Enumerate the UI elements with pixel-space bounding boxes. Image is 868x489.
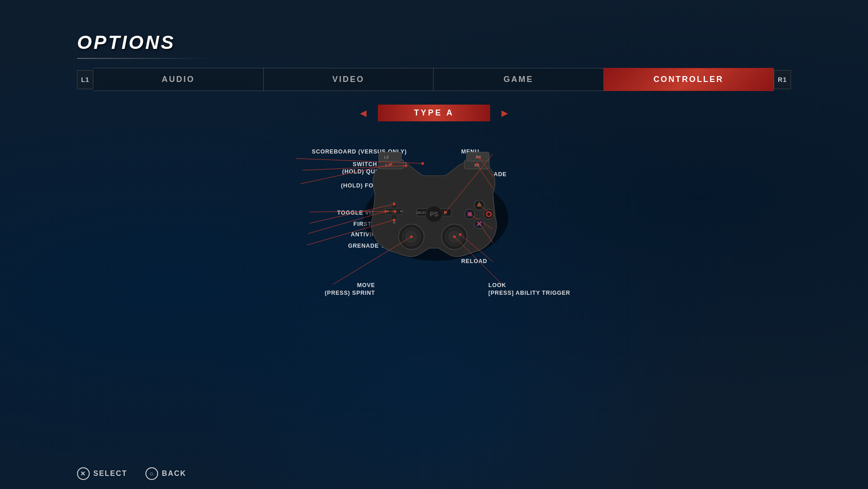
svg-rect-11 <box>392 210 396 213</box>
tab-game[interactable]: GAME <box>434 68 603 91</box>
type-label-container: TYPE A <box>378 105 490 121</box>
svg-text:▼: ▼ <box>392 221 396 225</box>
controller-image: L1 L2 R1 R2 ▲ ▼ ◄ ► <box>339 135 529 286</box>
main-container: OPTIONS L1 AUDIO VIDEO GAME CONTROLLER R… <box>77 32 791 462</box>
back-action: ○ BACK <box>145 467 186 480</box>
svg-text:PS: PS <box>430 211 439 218</box>
type-label: TYPE A <box>414 108 454 117</box>
svg-point-31 <box>405 230 418 243</box>
tab-audio[interactable]: AUDIO <box>93 68 263 91</box>
tab-bar: L1 AUDIO VIDEO GAME CONTROLLER R1 <box>77 68 791 91</box>
label-press-sprint: (PRESS) SPRINT <box>325 290 375 296</box>
svg-rect-23 <box>468 212 472 216</box>
select-label: SELECT <box>93 470 127 478</box>
svg-text:◄: ◄ <box>386 209 390 213</box>
svg-text:▲: ▲ <box>392 201 396 205</box>
svg-text:R2: R2 <box>476 155 481 159</box>
select-action: ✕ SELECT <box>77 467 127 480</box>
back-label: BACK <box>162 470 186 478</box>
diagram-layout: SCOREBOARD (VERSUS ONLY) SWITCH WEAPON (… <box>162 130 706 357</box>
tab-nav-right[interactable]: R1 <box>774 70 791 89</box>
type-arrow-right[interactable]: ► <box>499 107 510 120</box>
type-selector: ◄ TYPE A ► <box>77 105 791 121</box>
svg-point-24 <box>484 209 494 219</box>
bottom-bar: ✕ SELECT ○ BACK <box>77 467 186 480</box>
tab-controller[interactable]: CONTROLLER <box>604 68 774 91</box>
select-icon: ✕ <box>77 467 90 480</box>
page-title: OPTIONS <box>77 32 791 53</box>
title-underline <box>77 58 213 59</box>
svg-text:L1: L1 <box>386 163 391 168</box>
svg-text:R1: R1 <box>474 163 480 168</box>
label-ability-trigger: [PRESS] ABILITY TRIGGER <box>488 290 570 296</box>
controller-area: SCOREBOARD (VERSUS ONLY) SWITCH WEAPON (… <box>77 135 791 352</box>
svg-text:►: ► <box>400 209 404 213</box>
type-arrow-left[interactable]: ◄ <box>358 107 369 120</box>
tab-nav-left[interactable]: L1 <box>77 70 93 89</box>
tab-video[interactable]: VIDEO <box>264 68 434 91</box>
svg-rect-2 <box>379 152 401 161</box>
back-icon: ○ <box>145 467 158 480</box>
svg-text:L2: L2 <box>384 155 389 159</box>
svg-point-34 <box>448 230 461 243</box>
